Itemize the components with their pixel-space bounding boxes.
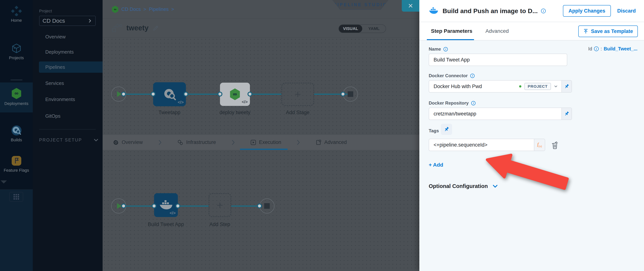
svg-text:∞: ∞	[233, 91, 237, 97]
tab-label: Advanced	[324, 139, 347, 145]
active-tab-underline	[240, 149, 288, 150]
docker-repository-input[interactable]: cretzman/tweetapp	[429, 108, 572, 120]
tags-input-value: <+pipeline.sequenceId>	[429, 142, 534, 148]
drawer-header: Build and Push an image to D... i Apply …	[419, 0, 644, 22]
sidebar-item-deployments-nav[interactable]: Deployments	[33, 46, 102, 58]
tab-step-parameters[interactable]: Step Parameters	[431, 28, 472, 34]
tab-overview[interactable]: Overview	[113, 139, 143, 145]
discard-button[interactable]: Discard	[617, 8, 636, 14]
info-icon[interactable]: i	[541, 9, 546, 13]
sidebar-item-environments[interactable]: Environments	[33, 94, 102, 105]
tab-infrastructure[interactable]: Infrastructure	[177, 139, 216, 145]
sidebar-item-feature-flags[interactable]: Feature Flags	[0, 156, 33, 173]
info-icon[interactable]: i	[444, 47, 448, 51]
step-node-build-tweet-app[interactable]: </>	[154, 193, 178, 217]
breadcrumb-pipelines-link[interactable]: Pipelines	[149, 6, 169, 12]
tab-label: Infrastructure	[186, 139, 216, 145]
sidebar-item-label: Builds	[0, 138, 33, 142]
stage-node-tweetapp[interactable]: </>	[153, 82, 186, 106]
code-icon[interactable]: </>	[170, 211, 176, 215]
edit-pencil-icon[interactable]	[152, 25, 159, 31]
save-as-template-label: Save as Template	[591, 29, 633, 34]
expression-fx-button[interactable]: f(x)	[534, 139, 545, 151]
stop-icon	[348, 91, 353, 97]
chevron-down-icon	[93, 137, 99, 143]
step-label-build-tweet-app: Build Tweet App	[148, 221, 184, 227]
add-step-label: Add Step	[209, 221, 230, 227]
sidebar-item-gitops[interactable]: GitOps	[33, 110, 102, 122]
optional-configuration-toggle[interactable]: Optional Configuration	[429, 183, 498, 189]
thumbtack-icon	[564, 84, 570, 89]
tab-advanced[interactable]: Advanced	[316, 139, 347, 145]
pin-runtime-input-button[interactable]	[562, 108, 572, 120]
pin-runtime-input-button[interactable]	[562, 81, 572, 92]
connector-status-dot	[519, 85, 522, 88]
sidebar-item-label: Feature Flags	[0, 168, 33, 173]
info-icon[interactable]: i	[470, 74, 474, 78]
trash-icon	[551, 141, 559, 149]
project-setup-toggle[interactable]: PROJECT SETUP	[39, 137, 99, 143]
plus-icon: +	[216, 200, 223, 211]
pipeline-graph-icon	[112, 23, 122, 33]
delete-tag-button[interactable]	[550, 141, 560, 150]
name-input[interactable]: Build Tweet App	[429, 54, 567, 66]
visual-yaml-toggle: VISUAL YAML	[338, 24, 386, 33]
close-drawer-button[interactable]: ✕	[402, 0, 419, 12]
feature-flags-icon	[11, 156, 22, 166]
rail-chevron-down-icon[interactable]	[0, 180, 33, 184]
connector-line	[178, 206, 208, 206]
step-graph-canvas: </> + Build Tweet App Add Step	[102, 150, 419, 271]
cd-hexagon-icon: ∞	[11, 88, 22, 99]
connector-line	[250, 94, 282, 95]
stage-node-deploy-tweety[interactable]: ∞ </>	[220, 83, 250, 106]
sidebar-item-pipelines[interactable]: Pipelines	[39, 62, 102, 73]
docker-connector-label-row: Docker Connector i	[429, 73, 474, 78]
save-as-template-button[interactable]: Save as Template	[578, 26, 638, 37]
id-value[interactable]: Build_Tweet_...	[604, 46, 638, 52]
id-separator: :	[600, 46, 602, 52]
sidebar-item-deployments[interactable]: ∞ Deployments	[0, 88, 33, 106]
project-section-label: Project	[39, 9, 52, 14]
rail-divider	[10, 80, 22, 80]
tab-advanced-drawer[interactable]: Advanced	[486, 28, 509, 34]
thumbtack-icon	[444, 126, 450, 132]
tags-input[interactable]: <+pipeline.sequenceId> f(x)	[429, 139, 545, 151]
breadcrumb-project-link[interactable]: CD Docs	[121, 6, 141, 12]
code-icon[interactable]: </>	[178, 100, 184, 105]
module-grid-button[interactable]	[9, 192, 23, 202]
pipeline-studio-app: Home Projects ∞ Deployments Builds Featu…	[0, 0, 644, 271]
sidebar-item-builds[interactable]: Builds	[0, 125, 33, 142]
docker-connector-select[interactable]: Docker Hub with Pwd PROJECT	[429, 80, 572, 93]
docker-icon	[159, 200, 173, 210]
add-tag-link[interactable]: + Add	[429, 162, 443, 168]
overview-icon	[113, 140, 119, 145]
ci-stage-icon	[162, 87, 177, 102]
info-icon[interactable]: i	[594, 47, 599, 51]
stage-graph-canvas: </> ∞ </> + Tweetapp deploy tweety Add S…	[102, 38, 419, 135]
info-icon[interactable]: i	[471, 101, 476, 105]
code-icon[interactable]: </>	[242, 100, 248, 104]
step-parameters-form: Name i Id i : Build_Tweet_... Build Twee…	[419, 41, 644, 271]
chevron-down-icon[interactable]	[554, 84, 558, 89]
sidebar-item-overview[interactable]: Overview	[33, 31, 102, 42]
tab-execution[interactable]: Execution	[250, 139, 282, 145]
step-id-line: Id i : Build_Tweet_...	[588, 46, 638, 52]
add-step-node[interactable]: +	[208, 193, 231, 217]
chevron-down-icon	[492, 183, 498, 189]
thumbtack-icon	[564, 111, 570, 117]
add-stage-node[interactable]: +	[282, 83, 314, 106]
sidebar-item-projects[interactable]: Projects	[0, 43, 33, 60]
fx-icon: f(x)	[537, 142, 542, 148]
toggle-yaml[interactable]: YAML	[362, 25, 386, 33]
breadcrumb-separator: >	[171, 6, 174, 12]
apply-changes-button[interactable]: Apply Changes	[563, 5, 611, 17]
pin-runtime-input-button[interactable]	[441, 124, 452, 135]
close-icon: ✕	[408, 2, 413, 10]
project-selector[interactable]: CD Docs	[39, 16, 96, 26]
sidebar-item-services[interactable]: Services	[33, 78, 102, 89]
cd-project-icon: ∞	[112, 6, 119, 13]
sidebar-item-home[interactable]: Home	[0, 5, 33, 23]
toggle-visual[interactable]: VISUAL	[339, 25, 362, 33]
connector-port	[121, 92, 126, 97]
sidebar-item-label: Deployments	[0, 101, 33, 106]
